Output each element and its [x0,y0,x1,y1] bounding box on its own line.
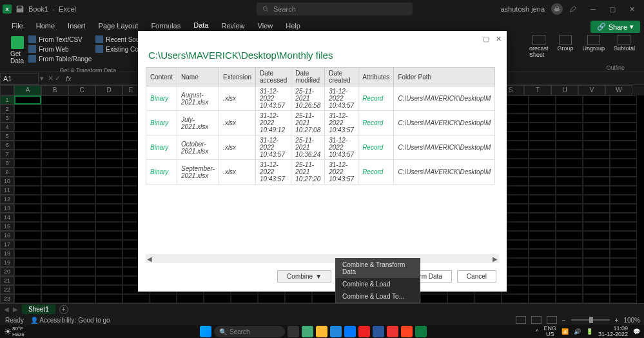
from-text-csv[interactable]: From Text/CSV [28,35,92,44]
group-button[interactable]: Group [553,34,577,59]
cell[interactable] [610,95,637,104]
col-header-b[interactable]: B [41,85,68,95]
cell[interactable] [14,276,41,285]
cell[interactable] [529,132,556,141]
th-accessed[interactable]: Date accessed [256,68,291,86]
cell[interactable] [41,222,68,231]
cell[interactable] [41,276,68,285]
cell[interactable] [68,249,95,258]
cell[interactable] [556,95,583,104]
th-created[interactable]: Date created [325,68,358,86]
cell[interactable] [14,231,41,240]
cell[interactable] [14,267,41,276]
cell[interactable] [41,267,68,276]
pen-icon[interactable] [569,5,577,13]
cell[interactable] [14,159,41,168]
cell[interactable] [41,294,68,303]
weather-widget[interactable]: 80°FHaze [12,326,24,337]
cell[interactable] [583,114,610,123]
row-header[interactable]: 23 [0,294,14,303]
cell[interactable] [95,294,122,303]
scroll-right-icon[interactable]: ▶ [493,255,498,263]
zoom-level[interactable]: 100% [623,317,640,324]
cell[interactable] [14,104,41,114]
cell[interactable] [529,159,556,168]
cell[interactable] [231,294,258,303]
cell[interactable] [583,231,610,240]
dialog-hscroll[interactable]: ◀▶ [146,254,499,263]
cell[interactable] [68,132,95,141]
row-header[interactable]: 12 [0,195,14,204]
combine-load-to-item[interactable]: Combine & Load To... [336,290,420,303]
explorer-icon[interactable] [316,326,327,337]
cell[interactable] [95,123,122,132]
cell[interactable] [529,168,556,177]
menu-insert[interactable]: Insert [61,19,92,32]
cell[interactable] [95,267,122,276]
row-header[interactable]: 1 [0,95,14,104]
taskbar-search[interactable]: 🔍 Search [214,326,285,337]
cell[interactable] [68,258,95,267]
cell[interactable] [14,95,41,104]
cell[interactable] [610,168,637,177]
row-header[interactable]: 20 [0,267,14,276]
cancel-formula-icon[interactable]: ✕ [48,74,54,83]
add-sheet-button[interactable]: + [59,305,68,314]
cell[interactable] [95,186,122,195]
row-header[interactable]: 9 [0,168,14,177]
cell[interactable] [285,294,312,303]
row-header[interactable]: 10 [0,177,14,186]
dialog-maximize-icon[interactable]: ▢ [483,35,489,43]
cell[interactable] [68,195,95,204]
dialog-close-icon[interactable]: ✕ [496,35,502,43]
menu-view[interactable]: View [251,19,280,32]
cell[interactable] [556,150,583,159]
combine-transform-item[interactable]: Combine & Transform Data [336,259,420,278]
cell[interactable] [556,258,583,267]
cell[interactable] [583,168,610,177]
cell[interactable] [95,231,122,240]
cell[interactable] [583,258,610,267]
col-header-e[interactable]: E [122,85,139,95]
cell[interactable] [583,95,610,104]
cell[interactable] [610,240,637,249]
cell[interactable] [95,195,122,204]
cell[interactable] [41,213,68,222]
cell[interactable] [122,294,150,303]
menu-formulas[interactable]: Formulas [144,19,187,32]
cell[interactable] [556,276,583,285]
cell[interactable] [95,114,122,123]
row-header[interactable]: 14 [0,213,14,222]
cell[interactable] [95,177,122,186]
cell[interactable] [14,285,41,294]
cell[interactable] [41,114,68,123]
combine-button[interactable]: Combine ▼ [277,270,331,283]
search-box[interactable]: Search [257,3,413,15]
cell[interactable] [41,150,68,159]
cell[interactable] [583,150,610,159]
cell[interactable] [529,150,556,159]
cell[interactable] [556,294,583,303]
cell[interactable] [95,150,122,159]
maximize-button[interactable]: ▢ [603,0,622,18]
cell[interactable] [529,114,556,123]
cell[interactable] [583,267,610,276]
cell[interactable] [68,186,95,195]
cell[interactable] [41,285,68,294]
menu-review[interactable]: Review [215,19,251,32]
cell[interactable] [556,285,583,294]
cell[interactable] [610,249,637,258]
select-all-corner[interactable] [0,85,14,95]
table-row[interactable]: BinaryAugust-2021.xlsx.xlsx31-12-2022 10… [146,86,495,111]
accept-formula-icon[interactable]: ✓ [55,74,61,83]
cell[interactable] [68,150,95,159]
cell[interactable] [583,159,610,168]
cell[interactable] [68,177,95,186]
cell[interactable] [610,276,637,285]
cell[interactable] [583,177,610,186]
cell[interactable] [204,294,231,303]
cell[interactable] [68,276,95,285]
cell[interactable] [529,213,556,222]
cell[interactable] [68,240,95,249]
row-header[interactable]: 3 [0,114,14,123]
